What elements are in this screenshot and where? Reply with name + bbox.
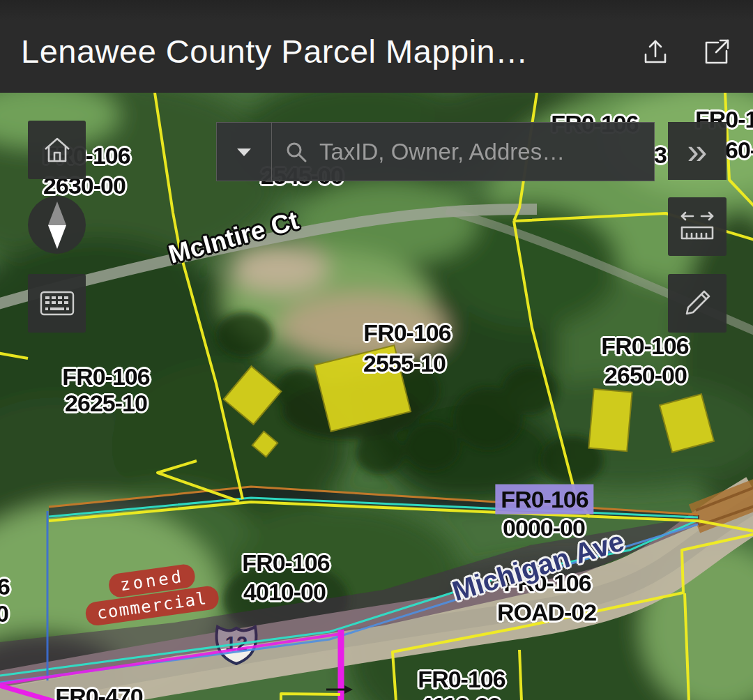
search-input[interactable]: TaxID, Owner, Addres… [272,139,654,165]
compass-button[interactable] [28,196,86,254]
compass-needle-icon [43,200,71,250]
map-canvas[interactable]: 12 [0,93,753,700]
share-icon[interactable] [701,36,732,67]
measure-icon [679,211,715,243]
home-icon [41,134,73,166]
measure-button[interactable] [668,197,727,256]
expand-panel-button[interactable]: » [668,122,727,180]
keyboard-icon [40,291,75,316]
edit-sketch-button[interactable] [668,274,727,333]
page-title: Lenawee County Parcel Mappin… [21,32,528,70]
double-chevron-right-icon: » [687,137,708,165]
upload-icon[interactable] [640,36,671,67]
search-source-dropdown[interactable] [217,123,272,181]
parcel-mapping-app: 12 [0,0,753,700]
app-header: Lenawee County Parcel Mappin… [0,0,753,93]
search-icon [284,140,308,164]
search-placeholder: TaxID, Owner, Addres… [319,139,565,165]
keyboard-button[interactable] [28,274,86,333]
caret-down-icon [236,146,252,158]
aerial-map-art: 12 [0,93,753,700]
home-extent-button[interactable] [28,121,86,179]
search-bar: TaxID, Owner, Addres… [216,122,655,181]
pencil-icon [681,287,713,319]
